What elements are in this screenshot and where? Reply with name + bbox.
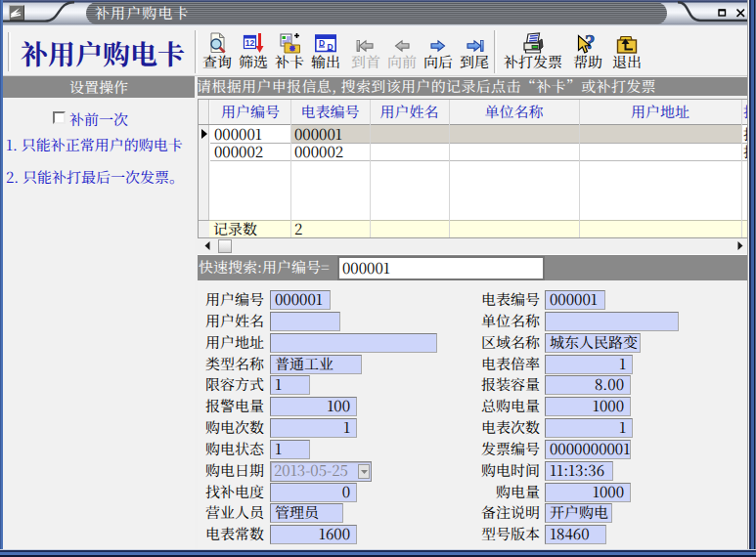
svg-text:12: 12 [245,38,255,48]
